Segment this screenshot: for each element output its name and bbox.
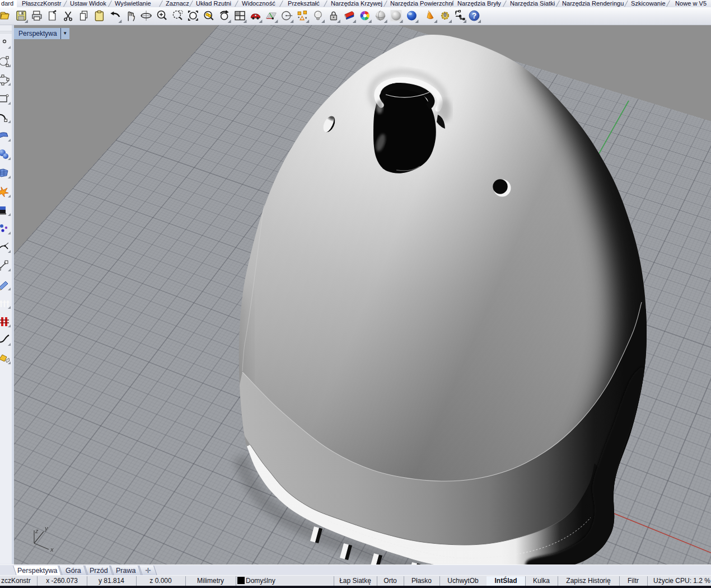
svg-text:y: y: [44, 525, 49, 531]
svg-text:?: ?: [472, 11, 477, 20]
svg-text:z: z: [35, 528, 39, 534]
svg-text:x: x: [50, 546, 54, 553]
